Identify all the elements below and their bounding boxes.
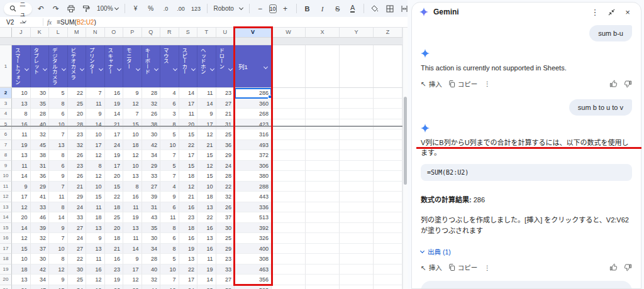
column-header-S[interactable]: S	[179, 28, 198, 37]
cell[interactable]: 13	[12, 150, 31, 161]
cell[interactable]: 4	[160, 88, 179, 99]
cell[interactable]: 15	[123, 119, 142, 130]
more-actions-icon[interactable]: ⋮	[484, 80, 491, 87]
cell[interactable]: 9	[123, 254, 142, 264]
empty-cell[interactable]	[272, 99, 306, 109]
cell[interactable]: 13	[179, 254, 198, 264]
empty-cell[interactable]	[340, 192, 374, 202]
cell[interactable]: 6	[49, 161, 68, 172]
table-column-header[interactable]: ヘッドホン	[197, 45, 216, 87]
empty-cell[interactable]	[272, 264, 306, 275]
cell[interactable]: 10	[197, 182, 216, 192]
empty-cell[interactable]	[272, 140, 306, 151]
cell[interactable]: 5	[160, 254, 179, 264]
cell[interactable]: 14	[123, 244, 142, 254]
empty-cell[interactable]	[340, 223, 374, 234]
empty-cell[interactable]	[374, 233, 402, 244]
cell[interactable]: 9	[86, 233, 105, 244]
cell[interactable]: 42	[31, 264, 50, 275]
cell[interactable]: 14	[179, 88, 198, 99]
empty-cell[interactable]	[340, 285, 374, 289]
column-header-V[interactable]: V	[235, 28, 272, 37]
table-column-header[interactable]: スピーカー	[179, 45, 198, 87]
cell[interactable]: 13	[12, 99, 31, 109]
empty-cell[interactable]	[272, 88, 306, 99]
cell[interactable]: 24	[105, 140, 124, 151]
row-number[interactable]: 4	[0, 109, 12, 119]
borders-icon[interactable]	[384, 3, 396, 15]
empty-cell[interactable]	[374, 264, 402, 275]
cell[interactable]: 21	[179, 192, 198, 202]
empty-cell[interactable]	[374, 285, 402, 289]
undo-icon[interactable]: ↶	[35, 3, 47, 15]
chevron-down-icon[interactable]	[229, 65, 232, 72]
cell[interactable]: 24	[68, 233, 87, 244]
cell[interactable]: 13	[197, 233, 216, 244]
cell[interactable]: 31	[31, 161, 50, 172]
cell[interactable]: 39	[31, 223, 50, 234]
cell[interactable]: 9	[123, 88, 142, 99]
cell[interactable]: 24	[179, 285, 198, 289]
cell[interactable]: 17	[86, 140, 105, 151]
cell[interactable]: 17	[105, 161, 124, 172]
italic-icon[interactable]: I	[316, 3, 329, 15]
cell[interactable]: 5	[49, 88, 68, 99]
cell[interactable]: 19	[179, 244, 198, 254]
total-cell[interactable]: 288	[235, 182, 272, 192]
cell[interactable]: 22	[197, 212, 216, 223]
column-header-O[interactable]: O	[105, 28, 124, 37]
column-header-L[interactable]: L	[49, 28, 68, 37]
cell[interactable]: 24	[216, 161, 235, 172]
cell[interactable]: 7	[49, 129, 68, 140]
cell[interactable]: 12	[12, 233, 31, 244]
cell[interactable]: 23	[197, 285, 216, 289]
total-cell[interactable]: 493	[235, 140, 272, 151]
empty-cell[interactable]	[272, 182, 306, 192]
row-number[interactable]: 12	[0, 192, 12, 202]
cell[interactable]: 12	[123, 150, 142, 161]
scrollbar-thumb[interactable]	[404, 97, 407, 185]
column-header-M[interactable]: M	[68, 28, 87, 37]
cell[interactable]: 25	[216, 233, 235, 244]
total-cell[interactable]: 372	[235, 150, 272, 161]
row-number[interactable]: 1	[0, 45, 12, 87]
cell[interactable]: 33	[31, 202, 50, 213]
cell[interactable]: 37	[216, 212, 235, 223]
cell[interactable]: 23	[216, 88, 235, 99]
cell[interactable]: 27	[142, 182, 161, 192]
cell[interactable]: 15	[86, 192, 105, 202]
cell[interactable]: 19	[123, 212, 142, 223]
cell[interactable]: 12	[86, 275, 105, 285]
strikethrough-icon[interactable]: S	[331, 3, 344, 15]
empty-cell[interactable]	[272, 150, 306, 161]
cell[interactable]: 13	[123, 171, 142, 182]
total-cell[interactable]: 268	[235, 109, 272, 119]
cell[interactable]: 15	[12, 244, 31, 254]
empty-cell[interactable]	[340, 264, 374, 275]
cell[interactable]: 14	[197, 275, 216, 285]
chevron-down-icon[interactable]	[80, 65, 84, 72]
empty-cell[interactable]	[374, 99, 402, 109]
empty-cell[interactable]	[272, 171, 306, 182]
format-percent-icon[interactable]: %	[145, 3, 157, 15]
row-number[interactable]: 2	[0, 88, 12, 99]
column-header-T[interactable]: T	[197, 28, 216, 37]
cell[interactable]: 16	[179, 233, 198, 244]
table-column-header[interactable]: ビデオカメラ	[68, 45, 87, 87]
cell[interactable]: 19	[105, 275, 124, 285]
cell[interactable]: 40	[31, 119, 50, 130]
empty-cell[interactable]	[340, 244, 374, 254]
cell[interactable]: 9	[49, 223, 68, 234]
total-cell[interactable]: 336	[235, 202, 272, 213]
table-column-header[interactable]: モニター	[123, 45, 142, 87]
empty-cell[interactable]	[306, 275, 340, 285]
cell[interactable]: 20	[105, 223, 124, 234]
chevron-down-icon[interactable]	[43, 65, 47, 72]
column-header-Q[interactable]: Q	[142, 28, 161, 37]
empty-cell[interactable]	[306, 264, 340, 275]
cell[interactable]: 20	[105, 171, 124, 182]
cell[interactable]: 19	[197, 264, 216, 275]
cell[interactable]: 6	[49, 109, 68, 119]
empty-cell[interactable]	[340, 45, 374, 87]
copy-button[interactable]: コピー	[448, 79, 478, 89]
